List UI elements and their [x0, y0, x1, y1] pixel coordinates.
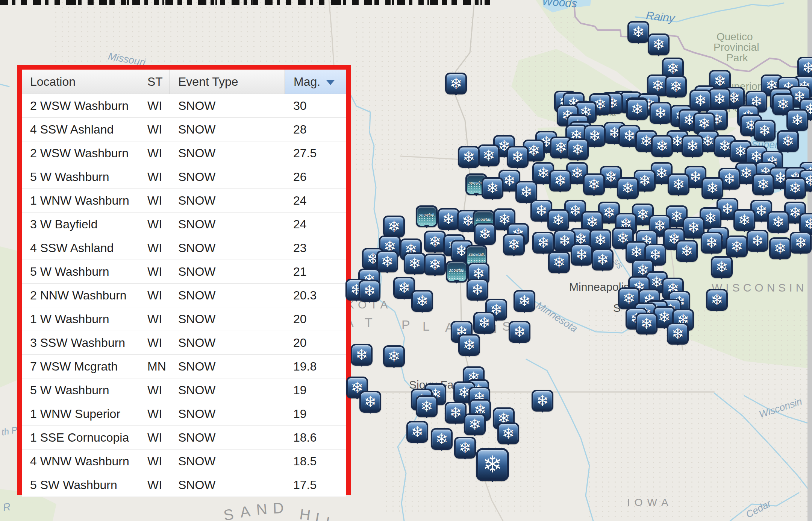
snow-marker[interactable]: ❄ — [359, 280, 380, 302]
snow-marker[interactable]: ❄ — [351, 344, 373, 366]
snow-marker[interactable]: ❄ — [567, 138, 589, 160]
snow-marker[interactable]: ❄ — [416, 395, 438, 417]
table-row[interactable]: 2 WSW WashburnWISNOW30 — [22, 94, 346, 118]
snow-marker[interactable]: ❄ — [682, 135, 703, 157]
snow-marker[interactable]: ❄ — [424, 254, 446, 275]
snow-marker[interactable]: ❄ — [626, 98, 648, 120]
table-row[interactable]: 5 W WashburnWISNOW19 — [22, 378, 346, 402]
snow-marker[interactable]: ❄ — [767, 211, 789, 233]
table-row[interactable]: 1 WNW SuperiorWISNOW19 — [22, 402, 346, 426]
snow-marker[interactable]: ❄ — [650, 102, 671, 124]
snow-marker[interactable]: ❄ — [786, 109, 808, 131]
column-header-st[interactable]: ST — [139, 70, 170, 94]
snow-marker[interactable]: ❄ — [689, 90, 711, 111]
snow-marker[interactable]: ❄ — [754, 120, 776, 141]
table-row[interactable]: 4 WNW WashburnWISNOW18.5 — [22, 450, 346, 473]
snow-marker[interactable]: ❄ — [583, 173, 605, 195]
table-row[interactable]: 7 WSW McgrathMNSNOW19.8 — [22, 355, 346, 378]
table-row[interactable]: 1 WNW WashburnWISNOW24 — [22, 189, 346, 213]
snowflake-icon: ❄ — [355, 347, 368, 362]
snow-marker[interactable]: ❄ — [406, 421, 428, 443]
snow-marker[interactable]: ❄ — [445, 73, 467, 94]
snow-marker[interactable]: ❄ — [726, 235, 748, 257]
snow-marker[interactable]: ❄ — [701, 232, 723, 254]
snow-marker[interactable]: ❄ — [404, 252, 426, 274]
snow-marker[interactable]: ❄ — [769, 237, 791, 259]
snow-marker[interactable]: ❄ — [473, 312, 495, 334]
snow-marker[interactable]: ❄ — [733, 209, 755, 231]
table-row[interactable]: 2 WSW WashburnWISNOW27.5 — [22, 141, 346, 165]
column-header-mag[interactable]: Mag. — [285, 70, 346, 94]
snow-marker[interactable]: ❄ — [532, 390, 553, 412]
snow-marker[interactable]: ❄ — [431, 428, 453, 450]
snow-marker[interactable]: ❄ — [706, 289, 728, 311]
snow-marker[interactable]: ❄ — [464, 413, 486, 435]
snow-marker[interactable]: ❄ — [784, 177, 806, 199]
snow-marker[interactable]: ❄ — [445, 402, 467, 424]
snow-marker[interactable]: ❄ — [509, 321, 530, 343]
snow-marker[interactable]: ❄ — [467, 279, 488, 301]
snow-marker[interactable]: ❄ — [383, 345, 405, 367]
snow-marker[interactable]: ❄ — [636, 313, 657, 334]
table-row[interactable]: 1 W WashburnWISNOW20 — [22, 307, 346, 331]
snow-marker[interactable]: ❄ — [665, 76, 687, 97]
table-row[interactable]: 3 W BayfieldWISNOW24 — [22, 213, 346, 236]
snow-marker[interactable]: ❄ — [532, 232, 554, 254]
snow-marker[interactable]: ❄ — [752, 173, 774, 195]
snow-marker[interactable]: ❄ — [503, 234, 525, 255]
cell-event-type: SNOW — [170, 189, 285, 212]
table-row[interactable]: 1 SSE CornucopiaWISNOW18.6 — [22, 426, 346, 450]
snow-marker[interactable]: ❄ — [411, 290, 433, 312]
snowflake-icon: ❄ — [429, 234, 441, 249]
snow-marker[interactable]: ❄ — [482, 177, 503, 199]
table-row[interactable]: 5 W WashburnWISNOW21 — [22, 260, 346, 284]
snow-marker[interactable]: ❄ — [507, 146, 529, 168]
snow-marker[interactable]: ❄ — [458, 334, 480, 356]
snow-report-marker-highlighted[interactable]: snowfall — [446, 261, 468, 283]
snow-marker[interactable]: ❄ — [514, 290, 535, 312]
cell-event-type: SNOW — [170, 165, 285, 188]
table-row[interactable]: 5 W WashburnWISNOW26 — [22, 165, 346, 189]
cell-state: WI — [139, 213, 170, 236]
snow-marker[interactable]: ❄ — [376, 251, 398, 272]
snow-marker[interactable]: ❄ — [709, 88, 730, 110]
table-row[interactable]: 4 SSW AshlandWISNOW28 — [22, 118, 346, 141]
snow-marker[interactable]: ❄ — [701, 177, 723, 199]
snow-marker[interactable]: ❄ — [454, 437, 476, 459]
snow-marker[interactable]: ❄ — [438, 208, 459, 230]
snow-marker[interactable]: ❄ — [549, 170, 571, 191]
snow-marker[interactable]: ❄ — [747, 230, 768, 252]
snow-marker[interactable]: ❄ — [676, 240, 698, 262]
snow-marker[interactable]: ❄ — [548, 251, 570, 273]
snow-marker[interactable]: ❄ — [790, 232, 812, 254]
snow-marker[interactable]: ❄ — [711, 256, 733, 278]
column-header-event-type[interactable]: Event Type — [170, 70, 285, 94]
snow-marker[interactable]: ❄ — [592, 249, 614, 270]
snow-marker[interactable]: ❄ — [383, 216, 405, 237]
snow-marker[interactable]: ❄ — [497, 422, 519, 444]
snow-marker[interactable]: ❄ — [627, 21, 649, 43]
table-row[interactable]: 5 SW WashburnWISNOW17.5 — [22, 473, 346, 497]
snow-marker[interactable]: ❄ — [777, 130, 799, 152]
table-row[interactable]: 3 SSW WashburnWISNOW20 — [22, 331, 346, 355]
snow-marker[interactable]: ❄ — [478, 144, 500, 166]
snowflake-icon: ❄ — [588, 128, 601, 143]
table-row[interactable]: 2 NNW WashburnWISNOW20.3 — [22, 284, 346, 307]
snow-marker[interactable]: ❄ — [589, 229, 611, 251]
column-header-location[interactable]: Location — [22, 70, 139, 94]
snow-report-marker-highlighted[interactable]: snowfall — [416, 205, 438, 227]
snow-marker[interactable]: ❄ — [571, 244, 592, 266]
snow-marker[interactable]: ❄ — [474, 223, 496, 245]
snow-marker-large[interactable]: ❄ — [476, 448, 509, 481]
snow-marker[interactable]: ❄ — [651, 135, 673, 157]
snow-marker[interactable]: ❄ — [668, 173, 689, 195]
snow-marker[interactable]: ❄ — [458, 146, 480, 168]
snow-marker[interactable]: ❄ — [648, 33, 670, 55]
table-row[interactable]: 4 SSW AshlandWISNOW23 — [22, 236, 346, 260]
snowflake-icon: ❄ — [630, 245, 643, 260]
snow-marker[interactable]: ❄ — [547, 209, 569, 231]
snow-marker[interactable]: ❄ — [667, 323, 689, 345]
snow-marker[interactable]: ❄ — [359, 391, 381, 413]
snow-marker[interactable]: ❄ — [424, 231, 446, 252]
snow-marker[interactable]: ❄ — [617, 177, 639, 199]
